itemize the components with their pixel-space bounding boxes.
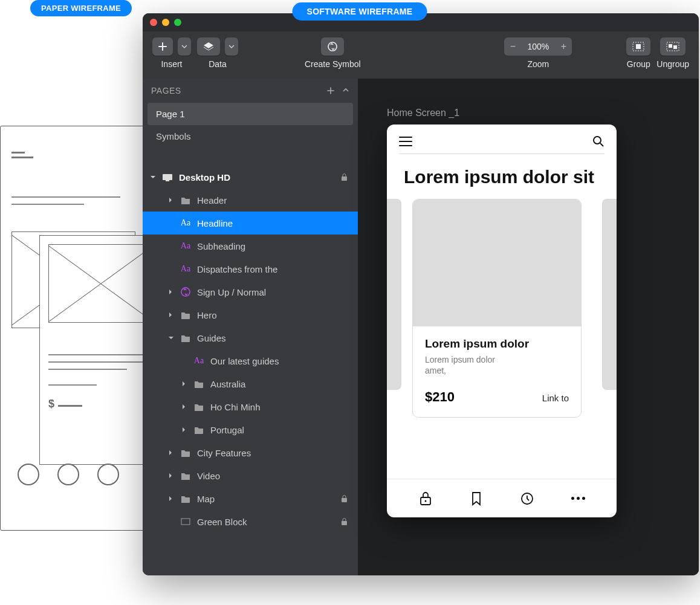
layer-name: Portugal (210, 425, 349, 435)
svg-rect-4 (673, 45, 677, 49)
group-button[interactable] (626, 37, 650, 56)
layer-name: City Features (197, 448, 349, 458)
lock-icon (341, 518, 349, 526)
card-link: Link to (542, 393, 569, 403)
layer-name: Hero (197, 310, 349, 320)
group-label: Group (627, 59, 650, 69)
data-button[interactable] (197, 37, 220, 56)
svg-rect-9 (181, 519, 190, 525)
bookmark-icon (469, 491, 484, 506)
window-fullscreen-button[interactable] (174, 19, 181, 26)
layers-panel: PAGES Page 1 Symbols Desktop HD (143, 79, 358, 575)
clock-icon (520, 491, 534, 506)
page-item[interactable]: Page 1 (147, 103, 353, 125)
artboard-mockup[interactable]: Lorem ipsum dolor sit Lorem ipsum dolor … (387, 125, 617, 517)
page-item[interactable]: Symbols (143, 125, 358, 147)
insert-button[interactable] (152, 37, 173, 56)
data-dropdown[interactable] (225, 37, 238, 56)
layer-row[interactable]: Portugal (143, 418, 358, 441)
folder-icon (193, 380, 204, 388)
layer-name: Video (197, 471, 349, 481)
svg-point-11 (594, 137, 601, 144)
folder-icon (193, 426, 204, 434)
disclosure-icon (167, 289, 174, 295)
folder-icon (180, 334, 191, 342)
card-title: Lorem ipsum dolor (425, 337, 569, 351)
layer-row[interactable]: Map (143, 487, 358, 510)
disclosure-icon (180, 427, 187, 433)
hamburger-icon (399, 136, 412, 147)
layer-row[interactable]: Sign Up / Normal (143, 280, 358, 303)
svg-rect-8 (342, 498, 347, 502)
window-minimize-button[interactable] (162, 19, 169, 26)
layer-name: Map (197, 494, 335, 504)
disclosure-icon (149, 174, 156, 180)
canvas[interactable]: Home Screen _1 Lorem ipsum dolor sit Lor… (358, 79, 699, 575)
ungroup-button[interactable] (660, 37, 685, 56)
layer-name: Ho Chi Minh (210, 402, 349, 412)
folder-icon (180, 449, 191, 457)
paper-wireframe-subpanel: $ (39, 235, 160, 465)
mockup-heading: Lorem ipsum dolor sit (387, 163, 617, 199)
design-tool-window: Insert Data Create Symbol − (143, 13, 699, 575)
layer-name: Headline (197, 218, 349, 228)
layer-name: Green Block (197, 517, 335, 527)
zoom-control[interactable]: − 100% + (504, 37, 572, 56)
disclosure-icon (167, 197, 174, 203)
svg-rect-1 (636, 44, 641, 49)
create-symbol-button[interactable] (321, 37, 344, 56)
layer-row[interactable]: Video (143, 464, 358, 487)
data-label: Data (209, 59, 227, 69)
software-wireframe-badge: SOFTWARE WIREFRAME (293, 2, 427, 21)
more-icon (571, 491, 585, 506)
layer-name: Header (197, 195, 349, 205)
disclosure-icon (167, 335, 174, 341)
paper-wireframe-badge: PAPER WIREFRAME (30, 0, 132, 16)
text-icon: Aa (180, 264, 191, 274)
layer-row[interactable]: AaHeadline (143, 212, 358, 235)
zoom-value[interactable]: 100% (521, 42, 555, 51)
folder-icon (180, 495, 191, 503)
layer-row[interactable]: City Features (143, 441, 358, 464)
layer-row[interactable]: Hero (143, 303, 358, 326)
svg-rect-3 (669, 44, 672, 48)
layer-row[interactable]: AaSubheading (143, 235, 358, 257)
text-icon: Aa (193, 356, 204, 366)
lock-icon (341, 173, 349, 181)
pages-header: PAGES (143, 79, 358, 103)
zoom-in-button[interactable]: + (555, 41, 572, 52)
layer-name: Australia (210, 379, 349, 389)
window-close-button[interactable] (150, 19, 157, 26)
collapse-pages-button[interactable] (342, 86, 349, 95)
disclosure-icon (167, 473, 174, 479)
layer-row[interactable]: Ho Chi Minh (143, 395, 358, 418)
ungroup-label: Ungroup (656, 59, 689, 69)
insert-label: Insert (161, 59, 182, 69)
paper-wireframe: $ (0, 109, 151, 532)
artboard-row[interactable]: Desktop HD (143, 166, 358, 189)
mockup-card: Lorem ipsum dolor Lorem ipsum dolor amet… (412, 199, 582, 418)
layer-row[interactable]: Australia (143, 372, 358, 395)
layer-name: Our latest guides (210, 356, 349, 366)
layer-row[interactable]: AaOur latest guides (143, 349, 358, 372)
rect-icon (180, 518, 191, 525)
layer-row[interactable]: Guides (143, 326, 358, 349)
zoom-out-button[interactable]: − (504, 41, 521, 52)
svg-rect-5 (163, 174, 172, 180)
folder-icon (180, 311, 191, 319)
insert-dropdown[interactable] (178, 37, 191, 56)
layer-row[interactable]: Green Block (143, 510, 358, 533)
text-icon: Aa (180, 218, 191, 228)
layer-name: Subheading (197, 241, 349, 251)
layer-name: Sign Up / Normal (197, 287, 349, 297)
layer-row[interactable]: AaDispatches from the (143, 257, 358, 280)
add-page-button[interactable] (326, 86, 335, 95)
svg-point-13 (425, 500, 427, 502)
card-image-placeholder (413, 199, 581, 326)
artboard-title[interactable]: Home Screen _1 (387, 108, 699, 118)
layer-row[interactable]: Header (143, 189, 358, 212)
svg-rect-7 (342, 176, 347, 181)
svg-rect-6 (166, 180, 169, 181)
folder-icon (180, 472, 191, 480)
lock-icon (341, 495, 349, 503)
